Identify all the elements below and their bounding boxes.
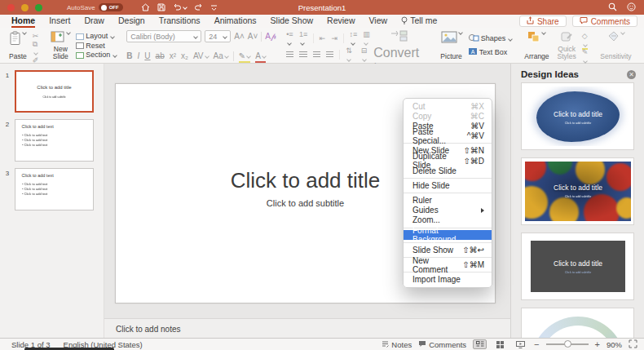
- autosave-state: OFF: [109, 5, 119, 10]
- text-direction-icon: ⇅: [346, 47, 355, 63]
- numbering-icon: 1≡: [299, 30, 307, 47]
- autosave-knob: [101, 5, 107, 11]
- zoom-slider-thumb[interactable]: [564, 340, 571, 348]
- font-group: Calibri (Body) 24 A˄ A˅ A𝓅 B I U ab x² x…: [126, 30, 276, 61]
- tab-view[interactable]: View: [369, 16, 388, 27]
- menu-item-format-background[interactable]: Format Background...: [404, 230, 492, 240]
- text-box-button[interactable]: AText Box: [468, 47, 513, 58]
- reset-button[interactable]: Reset: [76, 42, 117, 51]
- design-idea-4[interactable]: Click to add title: [521, 308, 634, 338]
- menu-item-delete-slide[interactable]: Delete Slide: [404, 166, 492, 175]
- notes-toggle[interactable]: Notes: [382, 340, 412, 349]
- design-subtitle: Click to add subtitle: [538, 194, 618, 198]
- feedback-smiley-icon[interactable]: [627, 0, 636, 15]
- ribbon: Paste ✂ ⧉ ✐ New Slide Layout Reset Secti…: [0, 28, 644, 64]
- reset-label: Reset: [86, 42, 105, 51]
- fit-slide-button[interactable]: [629, 339, 637, 350]
- slides-group: New Slide Layout Reset Section: [48, 30, 117, 61]
- shapes-button[interactable]: Shapes: [468, 33, 513, 44]
- thumb-bullets: • Click to add text • Click to add text …: [22, 133, 47, 148]
- picture-icon: [441, 31, 462, 43]
- notes-pane[interactable]: Click to add notes: [104, 318, 510, 338]
- design-idea-2[interactable]: Click to add title Click to add subtitle: [521, 157, 634, 225]
- zoom-window-button[interactable]: [35, 4, 42, 11]
- tab-tell-me[interactable]: Tell me: [410, 16, 437, 27]
- toolbar-more-icon[interactable]: [210, 3, 218, 11]
- font-size-select: 24: [205, 30, 231, 42]
- align-center-icon: [299, 51, 307, 59]
- normal-view-button[interactable]: [473, 339, 487, 349]
- menu-item-import-image[interactable]: Import Image: [404, 275, 492, 285]
- slide-number: 1: [0, 70, 15, 113]
- home-icon[interactable]: [141, 3, 150, 11]
- zoom-in-button[interactable]: +: [595, 340, 600, 348]
- tab-insert[interactable]: Insert: [49, 16, 70, 27]
- slide-thumbnail-2[interactable]: Click to add text • Click to add text • …: [15, 119, 94, 162]
- quick-styles-label: Quick Styles: [558, 46, 576, 60]
- insert-group: Picture Shapes AText Box: [438, 30, 512, 61]
- new-slide-button[interactable]: New Slide: [48, 30, 73, 61]
- paste-label: Paste: [9, 53, 27, 60]
- minimize-window-button[interactable]: [21, 4, 29, 11]
- slide-number: 3: [0, 168, 15, 210]
- design-title: Click to add title: [525, 110, 631, 118]
- close-window-button[interactable]: [7, 4, 15, 11]
- notes-placeholder[interactable]: Click to add notes: [116, 325, 181, 334]
- section-button[interactable]: Section: [76, 51, 117, 60]
- tab-draw[interactable]: Draw: [84, 16, 104, 27]
- text-box-label: Text Box: [479, 48, 508, 57]
- menu-item-zoom[interactable]: Zoom...: [404, 215, 492, 225]
- bullets-icon: •≡: [286, 30, 293, 47]
- powerpoint-window: AutoSave OFF Presentation1 Home Insert D…: [0, 0, 644, 350]
- picture-button[interactable]: Picture: [438, 30, 464, 61]
- autosave-label: AutoSave: [67, 4, 95, 11]
- align-text-icon: ⊟: [361, 47, 370, 63]
- notes-toggle-label: Notes: [391, 340, 412, 349]
- shapes-label: Shapes: [481, 34, 506, 43]
- font-size-value: 24: [209, 33, 217, 41]
- close-icon[interactable]: ✕: [627, 70, 636, 79]
- slide-thumbnail-3[interactable]: Click to add text • Click to add text • …: [15, 168, 94, 210]
- sensitivity-label: Sensitivity: [600, 53, 631, 60]
- tab-design[interactable]: Design: [118, 16, 145, 27]
- sensitivity-group: Sensitivity: [598, 30, 633, 61]
- slide-sorter-view-button[interactable]: [493, 339, 507, 349]
- tell-me-button[interactable]: Tell me: [401, 16, 437, 27]
- menu-item-hide-slide[interactable]: Hide Slide: [404, 180, 492, 190]
- search-icon[interactable]: [608, 0, 617, 15]
- slide-thumbnail-1[interactable]: Click to add title Click to add subtitle: [15, 70, 94, 113]
- tab-animations[interactable]: Animations: [214, 16, 257, 27]
- tab-slide-show[interactable]: Slide Show: [271, 16, 314, 27]
- align-left-icon: [286, 51, 293, 59]
- save-icon[interactable]: [157, 3, 165, 11]
- redo-icon[interactable]: [194, 3, 203, 11]
- menu-item-duplicate-slide[interactable]: Duplicate Slide⇧⌘D: [404, 156, 492, 166]
- menu-item-new-comment[interactable]: New Comment⇧⌘M: [404, 259, 492, 269]
- design-idea-1[interactable]: Click to add title Click to add subtitle: [521, 82, 634, 150]
- autosave-switch[interactable]: OFF: [99, 3, 123, 11]
- autosave-toggle[interactable]: AutoSave OFF: [67, 3, 123, 11]
- undo-icon[interactable]: [173, 3, 187, 11]
- layout-button[interactable]: Layout: [76, 32, 117, 41]
- comments-button[interactable]: Comments: [572, 16, 637, 27]
- zoom-level[interactable]: 90%: [607, 340, 622, 349]
- menu-item-paste-special[interactable]: Paste Special...^⌘V: [404, 131, 492, 141]
- tab-transitions[interactable]: Transitions: [159, 16, 201, 27]
- share-button[interactable]: Share: [519, 16, 567, 27]
- menu-item-ruler[interactable]: Ruler: [404, 196, 492, 206]
- design-subtitle: Click to add subtitle: [538, 270, 618, 274]
- paste-button[interactable]: Paste: [7, 30, 29, 61]
- layout-label: Layout: [86, 32, 108, 41]
- comments-toggle[interactable]: Comments: [418, 340, 466, 349]
- share-label: Share: [537, 17, 559, 26]
- menu-item-slide-show[interactable]: Slide Show⇧⌘↩: [404, 245, 492, 255]
- zoom-out-button[interactable]: −: [534, 340, 539, 348]
- arrange-button[interactable]: Arrange: [522, 30, 551, 61]
- tab-home[interactable]: Home: [11, 16, 35, 27]
- design-idea-3[interactable]: Click to add title Click to add subtitle: [521, 233, 634, 300]
- slide-number: 2: [0, 119, 15, 162]
- zoom-slider[interactable]: [546, 343, 589, 345]
- slide-show-view-button[interactable]: [514, 339, 527, 349]
- tab-review[interactable]: Review: [327, 16, 355, 27]
- menu-item-guides[interactable]: Guides: [404, 206, 492, 215]
